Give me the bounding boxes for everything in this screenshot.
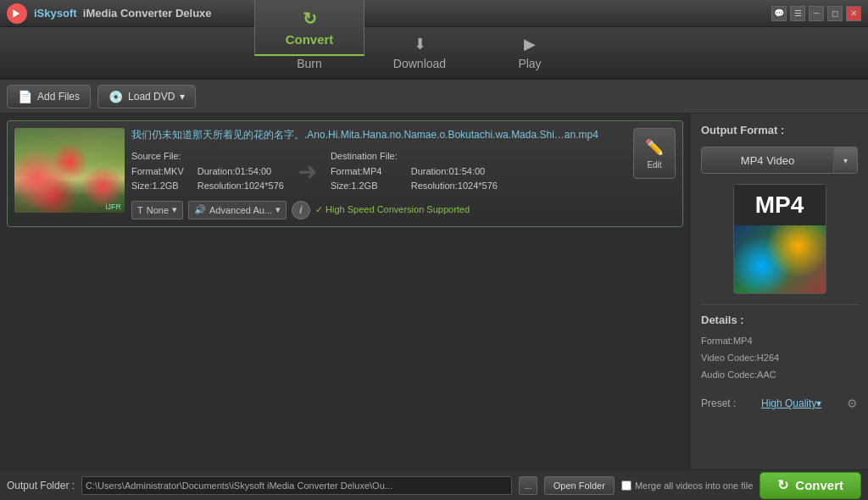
download-tab-label: Download bbox=[393, 57, 446, 70]
merge-label: Merge all videos into one file bbox=[635, 481, 753, 491]
edit-button[interactable]: ✏️ Edit bbox=[633, 128, 676, 179]
app-title: iSkysoft iMedia Converter Deluxe bbox=[34, 7, 771, 19]
file-list: iJFR 我们仍未知道那天所着见的花的名字。.Ano.Hi.Mita.Hana.… bbox=[0, 114, 690, 469]
source-size: Size:1.2GB bbox=[131, 179, 184, 194]
bottom-bar: Output Folder : C:\Users\Administrator\D… bbox=[0, 469, 868, 500]
add-files-icon: 📄 bbox=[18, 90, 32, 103]
close-button[interactable]: ✕ bbox=[846, 6, 861, 21]
file-thumbnail: iJFR bbox=[14, 128, 125, 213]
audio-codec: Audio Codec:AAC bbox=[701, 367, 858, 384]
details-label: Details : bbox=[701, 314, 858, 326]
audio-icon: 🔊 bbox=[194, 204, 206, 215]
source-duration: Duration:01:54:00 bbox=[198, 164, 284, 180]
restore-button[interactable]: ◻ bbox=[827, 6, 843, 21]
convert-button[interactable]: ↻ Convert bbox=[760, 472, 861, 499]
source-info: Source File: Format:MKV Size:1.2GB bbox=[131, 149, 184, 194]
audio-select[interactable]: 🔊 Advanced Au... ▾ bbox=[188, 201, 287, 219]
mp4-label: MP4 bbox=[734, 185, 826, 225]
titlebar: iSkysoft iMedia Converter Deluxe 💬 ☰ ─ ◻… bbox=[0, 0, 868, 27]
add-files-button[interactable]: 📄 Add Files bbox=[7, 85, 91, 108]
mp4-preview: MP4 bbox=[733, 184, 826, 294]
convert-tab-icon: ↻ bbox=[303, 8, 317, 29]
dvd-icon: 💿 bbox=[108, 90, 123, 103]
hd-badge: ✓ High Speed Conversion Supported bbox=[315, 204, 470, 215]
dvd-dropdown-arrow: ▾ bbox=[180, 91, 185, 103]
edit-label: Edit bbox=[647, 160, 661, 169]
text-value: None bbox=[147, 205, 169, 215]
burn-tab-label: Burn bbox=[297, 57, 322, 70]
format-selector[interactable]: MP4 Video ▾ bbox=[701, 147, 858, 174]
info-button[interactable]: i bbox=[292, 201, 310, 219]
chat-button[interactable]: 💬 bbox=[771, 6, 787, 21]
tab-convert[interactable]: ↻ Convert bbox=[254, 0, 364, 56]
download-tab-icon: ⬇ bbox=[414, 35, 426, 53]
load-dvd-button[interactable]: 💿 Load DVD ▾ bbox=[97, 85, 196, 108]
play-tab-icon: ▶ bbox=[524, 35, 536, 53]
mp4-image bbox=[734, 225, 826, 293]
convert-label: Convert bbox=[795, 478, 843, 492]
toolbar: 📄 Add Files 💿 Load DVD ▾ bbox=[0, 80, 868, 114]
source-info-2: Duration:01:54:00 Resolution:1024*576 bbox=[198, 149, 284, 194]
dest-duration: Duration:01:54:00 bbox=[411, 164, 498, 180]
convert-tab-label: Convert bbox=[286, 32, 334, 47]
dest-info-2: Duration:01:54:00 Resolution:1024*576 bbox=[411, 149, 498, 194]
tab-play[interactable]: ▶ Play bbox=[475, 25, 585, 78]
text-arrow: ▾ bbox=[172, 204, 177, 215]
dest-resolution: Resolution:1024*576 bbox=[411, 179, 498, 194]
source-spacer bbox=[198, 149, 284, 164]
gear-icon[interactable]: ⚙ bbox=[847, 397, 858, 410]
preset-value[interactable]: High Quality▾ bbox=[761, 397, 821, 409]
output-path: C:\Users\Administrator\Documents\iSkysof… bbox=[81, 476, 512, 495]
convert-icon: ↻ bbox=[777, 477, 788, 493]
mp4-image-content bbox=[734, 225, 826, 293]
dest-info: Destination File: Format:MP4 Size:1.2GB bbox=[331, 149, 398, 194]
dest-size: Size:1.2GB bbox=[331, 179, 398, 194]
tab-download[interactable]: ⬇ Download bbox=[364, 25, 475, 78]
output-format-label: Output Format : bbox=[701, 124, 858, 136]
thumbnail-label: iJFR bbox=[106, 203, 122, 211]
file-info: 我们仍未知道那天所着见的花的名字。.Ano.Hi.Mita.Hana.no.Na… bbox=[131, 128, 626, 219]
browse-button[interactable]: ... bbox=[519, 476, 537, 495]
list-button[interactable]: ☰ bbox=[790, 6, 805, 21]
app-logo bbox=[7, 3, 27, 24]
window-controls: 💬 ☰ ─ ◻ ✕ bbox=[771, 6, 861, 21]
details-section: Details : Format:MP4 Video Codec:H264 Au… bbox=[701, 304, 858, 383]
audio-value: Advanced Au... bbox=[209, 205, 272, 215]
format-detail: Format:MP4 bbox=[701, 333, 858, 350]
text-icon: T bbox=[137, 205, 143, 215]
main-area: iJFR 我们仍未知道那天所着见的花的名字。.Ano.Hi.Mita.Hana.… bbox=[0, 114, 868, 469]
convert-arrow-icon: ➜ bbox=[298, 158, 317, 186]
source-resolution: Resolution:1024*576 bbox=[198, 179, 284, 194]
preset-row: Preset : High Quality▾ ⚙ bbox=[701, 397, 858, 410]
file-item: iJFR 我们仍未知道那天所着见的花的名字。.Ano.Hi.Mita.Hana.… bbox=[7, 120, 683, 227]
audio-arrow: ▾ bbox=[275, 204, 281, 215]
file-controls: T None ▾ 🔊 Advanced Au... ▾ i ✓ High Spe… bbox=[131, 201, 626, 219]
nav-tabs: ⊙ Burn ⬇ Download ▶ Play bbox=[0, 27, 868, 80]
format-dropdown-arrow: ▾ bbox=[833, 147, 857, 173]
thumbnail-image bbox=[14, 128, 125, 213]
output-folder-label: Output Folder : bbox=[7, 480, 75, 492]
preset-label: Preset : bbox=[701, 397, 736, 409]
play-tab-label: Play bbox=[518, 57, 541, 70]
source-format: Format:MKV bbox=[131, 164, 184, 180]
right-panel: Output Format : MP4 Video ▾ MP4 Details … bbox=[690, 114, 868, 469]
merge-checkbox[interactable]: Merge all videos into one file bbox=[621, 481, 753, 491]
file-details: Source File: Format:MKV Size:1.2GB Durat… bbox=[131, 149, 626, 194]
open-folder-button[interactable]: Open Folder bbox=[544, 476, 615, 495]
file-title: 我们仍未知道那天所着见的花的名字。.Ano.Hi.Mita.Hana.no.Na… bbox=[131, 128, 626, 142]
dest-spacer bbox=[411, 149, 498, 164]
minimize-button[interactable]: ─ bbox=[809, 6, 824, 21]
merge-input[interactable] bbox=[621, 481, 632, 491]
edit-icon: ✏️ bbox=[645, 138, 664, 157]
dest-label: Destination File: bbox=[331, 149, 398, 164]
video-codec: Video Codec:H264 bbox=[701, 350, 858, 367]
format-value: MP4 Video bbox=[702, 154, 833, 167]
source-label: Source File: bbox=[131, 149, 184, 164]
dest-format: Format:MP4 bbox=[331, 164, 398, 180]
play-icon bbox=[13, 9, 21, 18]
text-select[interactable]: T None ▾ bbox=[131, 201, 183, 219]
